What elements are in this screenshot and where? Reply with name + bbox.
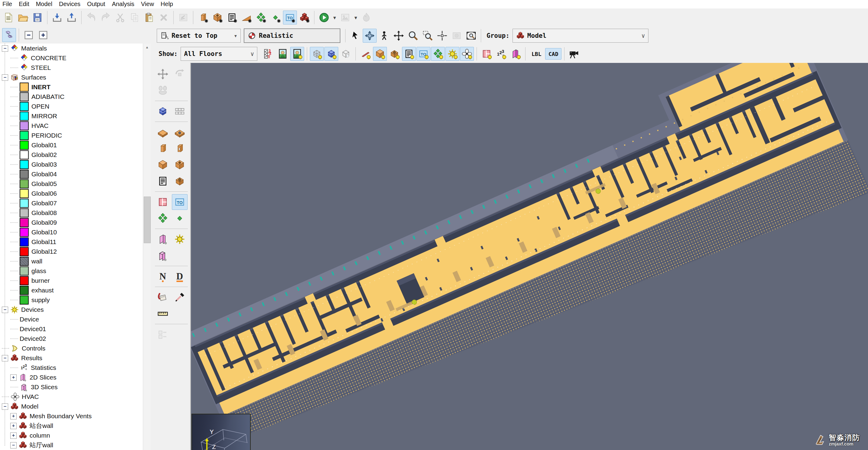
- show-devices-button[interactable]: [431, 47, 445, 61]
- show-vents-button[interactable]: [388, 47, 401, 61]
- tree-item-global05[interactable]: Global05: [0, 179, 143, 189]
- new-wall-tool[interactable]: [155, 141, 170, 156]
- new-block-tool[interactable]: [155, 157, 170, 173]
- roam-tool[interactable]: [377, 29, 391, 43]
- tree-item-mirror[interactable]: MIRROR: [0, 111, 143, 121]
- menu-analysis[interactable]: Analysis: [109, 1, 138, 8]
- expand-all-button[interactable]: [36, 28, 50, 42]
- scroll-up-icon[interactable]: ▲: [143, 44, 151, 51]
- paint-tool[interactable]: [155, 289, 170, 305]
- tree-item-global10[interactable]: Global10: [0, 227, 143, 237]
- new-device-group-tool[interactable]: [155, 210, 170, 226]
- new-device-group-button[interactable]: [254, 10, 268, 25]
- tree-expander[interactable]: +: [10, 432, 17, 439]
- tree-filter-button[interactable]: [2, 28, 16, 42]
- new-window-tool[interactable]: [155, 194, 170, 210]
- tree-item-results[interactable]: −Results: [0, 353, 143, 363]
- show-mesh-wire-button[interactable]: [310, 47, 324, 61]
- tree-item-adiabatic[interactable]: ADIABATIC: [0, 92, 143, 102]
- new-device-tool[interactable]: [172, 210, 188, 226]
- menu-devices[interactable]: Devices: [57, 1, 85, 8]
- tree-expander[interactable]: −: [2, 307, 8, 313]
- tree-item-global01[interactable]: Global01: [0, 140, 143, 150]
- new-room-tool[interactable]: [172, 173, 188, 189]
- tree-item-global02[interactable]: Global02: [0, 150, 143, 160]
- tree-scrollbar[interactable]: ▲: [143, 44, 151, 450]
- tree-expander[interactable]: +: [10, 413, 17, 419]
- show-statistics-button[interactable]: 123: [494, 47, 508, 61]
- paste-button[interactable]: [142, 10, 156, 25]
- run-dropdown[interactable]: ▼: [331, 11, 338, 24]
- export-button[interactable]: [65, 10, 79, 25]
- show-slices-button[interactable]: [359, 47, 372, 61]
- show-obstructions-button[interactable]: [373, 47, 387, 61]
- measure-tool[interactable]: [155, 306, 170, 321]
- run-simulation-button[interactable]: [317, 10, 331, 25]
- show-person-button[interactable]: [276, 47, 290, 61]
- new-wall-button[interactable]: [196, 10, 210, 25]
- tree-expander[interactable]: −: [2, 403, 8, 410]
- new-obstruction-button[interactable]: [211, 10, 224, 25]
- detail-mode-tool[interactable]: D: [172, 269, 188, 284]
- open-file-button[interactable]: [16, 10, 30, 25]
- collapse-all-button[interactable]: [22, 28, 36, 42]
- save-button[interactable]: [31, 10, 44, 25]
- tree-item-concrete[interactable]: CONCRETE: [0, 53, 143, 63]
- tree-item-global08[interactable]: Global08: [0, 208, 143, 218]
- scroll-thumb[interactable]: [144, 197, 151, 243]
- new-slope-button[interactable]: [240, 10, 253, 25]
- tree-item-mesh-boundary-vents[interactable]: +Mesh Boundary Vents: [0, 411, 143, 421]
- tree-item-inert[interactable]: INERT: [0, 82, 143, 92]
- new-3d-slice-tool[interactable]: [155, 248, 170, 263]
- pan-view-tool[interactable]: [392, 29, 406, 43]
- tree-item-supply[interactable]: supply: [0, 295, 143, 305]
- tree-item-exhaust[interactable]: exhaust: [0, 285, 143, 295]
- show-thermocouples-button[interactable]: TO: [416, 47, 430, 61]
- tree-expander[interactable]: −: [2, 75, 8, 81]
- new-2d-slice-tool[interactable]: [155, 231, 170, 247]
- zoom-selection-tool[interactable]: [464, 29, 478, 43]
- show-3d-slices-button[interactable]: [508, 47, 523, 61]
- reset-view-combo[interactable]: Reset to Top ▾: [157, 29, 241, 43]
- tree-item-站厅wall[interactable]: −站厅wall: [0, 440, 143, 450]
- tree-item-2d-slices[interactable]: +2D Slices: [0, 372, 143, 382]
- show-person-lit-button[interactable]: [290, 47, 304, 61]
- tree-item-glass[interactable]: glass: [0, 266, 143, 276]
- tree-item-global09[interactable]: Global09: [0, 218, 143, 227]
- tree-item-站台wall[interactable]: +站台wall: [0, 421, 143, 431]
- show-mesh-solid-button[interactable]: [324, 47, 338, 61]
- tree-item-materials[interactable]: −Materials: [0, 44, 143, 53]
- new-file-button[interactable]: [1, 10, 16, 25]
- new-sprinkler-tool[interactable]: [172, 231, 188, 247]
- zoom-box-tool[interactable]: [421, 29, 435, 43]
- tree-item-global11[interactable]: Global11: [0, 237, 143, 247]
- menu-view[interactable]: View: [138, 1, 158, 8]
- eyedropper-tool[interactable]: [172, 289, 188, 305]
- show-mesh-outline-button[interactable]: [339, 47, 353, 61]
- new-wall-hole-tool[interactable]: [172, 141, 188, 156]
- tree-item-steel[interactable]: STEEL: [0, 63, 143, 73]
- tree-item-device02[interactable]: Device02: [0, 334, 143, 343]
- 3d-viewport[interactable]: Y Z 智淼消防 zmjaxf.com: [191, 63, 868, 450]
- tree-item-column[interactable]: +column: [0, 431, 143, 440]
- tree-expander[interactable]: +: [10, 423, 17, 429]
- menu-model[interactable]: Model: [33, 1, 57, 8]
- tree-item-hvac[interactable]: HVAC: [0, 121, 143, 131]
- tree-item-devices[interactable]: −Devices: [0, 305, 143, 314]
- tree-item-global06[interactable]: Global06: [0, 189, 143, 198]
- menu-help[interactable]: Help: [158, 1, 177, 8]
- tree-item-global04[interactable]: Global04: [0, 169, 143, 179]
- floors-combo[interactable]: All Floors ∨: [181, 47, 257, 61]
- tree-item-hvac[interactable]: HVAC: [0, 392, 143, 402]
- new-device-button[interactable]: [269, 10, 282, 25]
- import-button[interactable]: [50, 10, 64, 25]
- new-model-group-button[interactable]: [298, 10, 311, 25]
- new-thermocouple-tool[interactable]: TO: [172, 194, 188, 210]
- zoom-tool[interactable]: [406, 29, 420, 43]
- zoom-extents-tool[interactable]: [435, 29, 449, 43]
- show-sprinklers-button[interactable]: [445, 47, 459, 61]
- tree-item-global07[interactable]: Global07: [0, 198, 143, 208]
- new-record-button[interactable]: [225, 10, 239, 25]
- new-block-hole-tool[interactable]: [172, 157, 188, 173]
- group-combo[interactable]: Model ∨: [513, 29, 648, 43]
